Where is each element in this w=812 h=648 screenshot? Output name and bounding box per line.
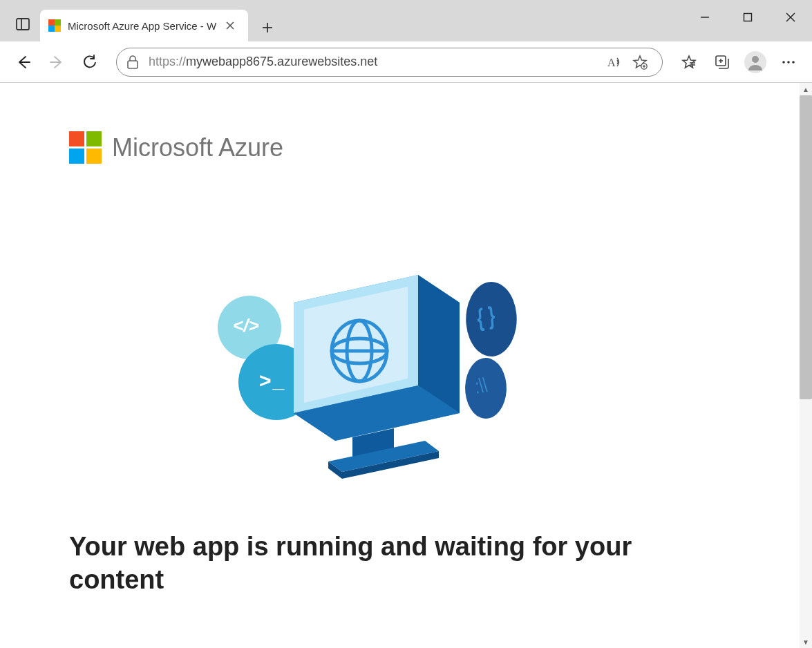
favicon-icon <box>48 19 61 32</box>
hero-illustration <box>204 275 522 489</box>
close-icon <box>785 12 796 23</box>
arrow-left-icon <box>16 55 31 70</box>
window-close-button[interactable] <box>769 0 812 35</box>
browser-tab-active[interactable]: Microsoft Azure App Service - W <box>40 10 248 41</box>
read-aloud-button[interactable]: A <box>603 55 627 69</box>
collections-icon <box>714 54 730 70</box>
svg-rect-10 <box>128 61 138 68</box>
brand-title: Microsoft Azure <box>112 133 283 162</box>
read-aloud-icon: A <box>607 55 623 69</box>
tab-title: Microsoft Azure App Service - W <box>68 20 216 32</box>
tab-strip: Microsoft Azure App Service - W <box>0 0 281 41</box>
refresh-button[interactable] <box>73 46 106 79</box>
scroll-down-button[interactable]: ▼ <box>800 636 812 648</box>
add-favorite-button[interactable] <box>627 55 652 70</box>
refresh-icon <box>82 55 97 70</box>
forward-button[interactable] <box>40 46 73 79</box>
more-icon <box>781 55 796 70</box>
monitor-icon <box>287 275 466 482</box>
svg-point-23 <box>792 61 795 64</box>
address-bar[interactable]: https://mywebapp8675.azurewebsites.net A <box>116 48 663 77</box>
favorites-button[interactable] <box>672 46 706 79</box>
titlebar: Microsoft Azure App Service - W <box>0 0 812 41</box>
tab-close-button[interactable] <box>220 16 240 35</box>
scroll-thumb[interactable] <box>800 95 812 399</box>
svg-point-22 <box>787 61 790 64</box>
panel-icon <box>16 17 30 31</box>
svg-rect-7 <box>744 14 752 21</box>
window-minimize-button[interactable] <box>683 0 726 35</box>
url-text: https://mywebapp8675.azurewebsites.net <box>149 55 603 69</box>
tab-actions-button[interactable] <box>6 7 40 41</box>
collections-button[interactable] <box>706 46 739 79</box>
path-icon <box>462 354 509 422</box>
svg-rect-0 <box>17 19 29 30</box>
maximize-icon <box>743 12 753 22</box>
content-area: Microsoft Azure <box>0 83 812 648</box>
braces-icon <box>463 277 520 361</box>
star-plus-icon <box>632 55 648 70</box>
close-icon <box>225 21 235 30</box>
headline: Your web app is running and waiting for … <box>69 531 657 596</box>
arrow-right-icon <box>49 55 64 70</box>
plus-icon <box>261 21 274 34</box>
svg-point-21 <box>782 61 785 64</box>
microsoft-logo-icon <box>69 131 102 164</box>
profile-button[interactable] <box>744 51 766 73</box>
toolbar: https://mywebapp8675.azurewebsites.net A <box>0 41 812 83</box>
page: Microsoft Azure <box>0 83 726 645</box>
favorites-icon <box>681 54 697 70</box>
vertical-scrollbar[interactable]: ▲ ▼ <box>800 83 812 648</box>
svg-point-20 <box>752 56 759 63</box>
svg-text:A: A <box>607 57 616 68</box>
window-maximize-button[interactable] <box>726 0 769 35</box>
scroll-up-button[interactable]: ▲ <box>800 83 812 95</box>
more-button[interactable] <box>772 46 805 79</box>
profile-icon <box>746 53 765 72</box>
lock-icon <box>126 55 139 69</box>
azure-header: Microsoft Azure <box>69 131 657 164</box>
minimize-icon <box>700 12 710 22</box>
new-tab-button[interactable] <box>254 14 281 41</box>
toolbar-right <box>672 46 805 79</box>
scroll-track[interactable] <box>800 399 812 636</box>
back-button[interactable] <box>7 46 40 79</box>
window-controls <box>683 0 812 35</box>
